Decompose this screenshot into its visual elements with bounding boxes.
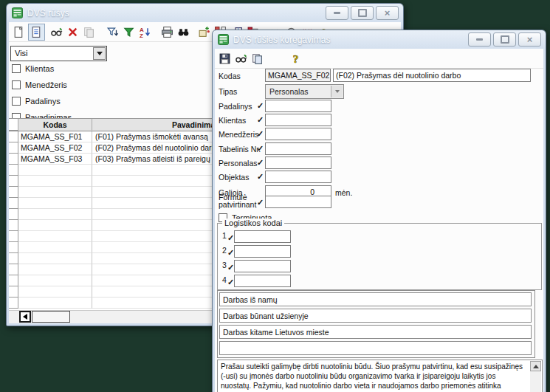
row-selector[interactable] — [9, 165, 18, 176]
lookup-check-icon[interactable]: ✓ — [227, 233, 234, 243]
save-icon[interactable] — [218, 52, 232, 66]
cell-kodas[interactable] — [18, 253, 92, 264]
delete-icon[interactable] — [66, 25, 80, 39]
lookup-check-icon[interactable]: ✓ — [227, 248, 234, 258]
scrollbar-thumb[interactable] — [32, 311, 70, 323]
row-selector[interactable] — [9, 286, 18, 298]
cell-kodas[interactable]: MGAMA_SS_F02 — [18, 142, 92, 154]
lookup-check-icon[interactable]: ✓ — [257, 198, 264, 207]
win2-titlebar[interactable]: DVS rūšies koregavimas × — [213, 30, 546, 49]
cell-kodas[interactable] — [18, 187, 92, 198]
maximize-button[interactable] — [493, 32, 516, 47]
row-selector[interactable] — [9, 242, 18, 253]
copy-blue-icon[interactable] — [250, 52, 264, 66]
lookup-check-icon[interactable]: ✓ — [257, 144, 264, 154]
row-selector[interactable] — [9, 275, 18, 286]
row-selector[interactable] — [9, 198, 18, 209]
cell-kodas[interactable] — [18, 298, 92, 309]
lookup-check-icon[interactable]: ✓ — [227, 263, 234, 272]
view-edit-icon[interactable] — [234, 52, 248, 66]
cell-kodas[interactable]: MGAMA_SS_F03 — [18, 154, 92, 165]
cell-kodas[interactable] — [18, 231, 92, 242]
scroll-left-button[interactable] — [19, 311, 31, 323]
kodas-code-field[interactable]: MGAMA_SS_F02 — [265, 69, 331, 82]
sort-az-icon[interactable]: AZ — [138, 25, 152, 39]
filter-checkbox-1[interactable]: Klientas — [12, 63, 54, 74]
field-input[interactable] — [265, 128, 331, 140]
row-selector[interactable] — [9, 154, 18, 165]
cell-kodas[interactable] — [18, 209, 92, 220]
description-text[interactable]: Prašau suteikti galimybę dirbti nuotolin… — [221, 362, 527, 392]
option-input-4[interactable] — [219, 341, 532, 355]
copy-icon[interactable] — [82, 25, 96, 39]
lookup-check-icon[interactable]: ✓ — [257, 101, 264, 111]
row-selector[interactable] — [9, 231, 18, 242]
minimize-button[interactable] — [326, 6, 348, 20]
lookup-check-icon[interactable]: ✓ — [227, 278, 234, 287]
filter-down-icon[interactable] — [106, 25, 120, 39]
cell-kodas[interactable] — [18, 275, 92, 286]
option-input-3[interactable]: Darbas kitame Lietuvos mieste — [219, 325, 532, 339]
tipas-dropdown[interactable]: Personalas — [265, 84, 344, 99]
field-input[interactable] — [265, 114, 331, 126]
minimize-button[interactable] — [468, 32, 491, 47]
checkbox-box[interactable] — [12, 97, 21, 106]
find-icon[interactable] — [176, 25, 190, 39]
view-edit-icon[interactable] — [49, 25, 63, 39]
lookup-check-icon[interactable]: ✓ — [257, 158, 264, 168]
logistikos-input[interactable] — [234, 260, 291, 272]
close-button[interactable]: × — [376, 6, 399, 20]
row-selector[interactable] — [9, 176, 18, 187]
row-selector[interactable] — [9, 142, 18, 154]
lookup-check-icon[interactable]: ✓ — [257, 115, 264, 125]
field-input[interactable] — [265, 157, 331, 169]
checkbox-box[interactable] — [12, 80, 21, 89]
win1-titlebar[interactable]: DVS rūšys × — [7, 4, 403, 22]
option-input-1[interactable]: Darbas iš namų — [219, 292, 532, 306]
cell-kodas[interactable] — [18, 286, 92, 298]
new-icon[interactable] — [12, 25, 26, 39]
field-input[interactable] — [265, 100, 331, 112]
filter-checkbox-3[interactable]: Padalinys — [12, 96, 61, 106]
logistikos-input[interactable] — [234, 230, 291, 243]
close-button[interactable]: × — [518, 32, 541, 47]
cell-kodas[interactable] — [18, 220, 92, 231]
field-input[interactable] — [265, 142, 331, 155]
filter-dropdown[interactable]: Visi — [10, 46, 107, 61]
checkbox-box[interactable] — [12, 64, 21, 73]
checkbox-label: Menedžeris — [25, 80, 67, 89]
lookup-check-icon[interactable]: ✓ — [257, 129, 264, 139]
cell-kodas[interactable] — [18, 242, 92, 253]
dropdown-arrow-button[interactable] — [93, 47, 106, 60]
row-selector[interactable] — [9, 220, 18, 231]
row-selector[interactable] — [9, 209, 18, 220]
vertical-scrollbar[interactable] — [530, 361, 541, 392]
cell-kodas[interactable] — [18, 198, 92, 209]
scroll-up-button[interactable] — [530, 361, 541, 371]
maximize-button[interactable] — [351, 6, 374, 20]
row-selector[interactable] — [9, 298, 18, 309]
dropdown-arrow-button[interactable] — [331, 86, 343, 97]
row-selector[interactable] — [9, 253, 18, 264]
cell-kodas[interactable] — [18, 176, 92, 187]
cell-kodas[interactable] — [18, 264, 92, 275]
logistikos-input[interactable] — [234, 245, 291, 258]
open-edit-icon[interactable] — [28, 24, 45, 41]
row-selector[interactable] — [9, 264, 18, 275]
filter-checkbox-2[interactable]: Menedžeris — [12, 80, 67, 90]
row-selector[interactable] — [9, 131, 18, 142]
field-input[interactable] — [265, 171, 331, 183]
lookup-check-icon[interactable]: ✓ — [257, 172, 264, 182]
help-icon[interactable]: ? — [289, 52, 303, 66]
cell-kodas[interactable] — [18, 165, 92, 176]
formule-field[interactable] — [265, 196, 331, 208]
import-icon[interactable] — [197, 25, 211, 39]
header-kodas[interactable]: Kodas — [18, 119, 92, 131]
kodas-name-field[interactable]: (F02) Prašymas dėl nuotolinio darbo — [333, 69, 531, 82]
row-selector[interactable] — [9, 187, 18, 198]
cell-kodas[interactable]: MGAMA_SS_F01 — [18, 131, 92, 142]
logistikos-input[interactable] — [234, 275, 291, 287]
filter-green-icon[interactable] — [122, 25, 136, 39]
option-input-2[interactable]: Darbas būnant užsienyje — [219, 309, 532, 323]
print-icon[interactable] — [160, 25, 174, 39]
